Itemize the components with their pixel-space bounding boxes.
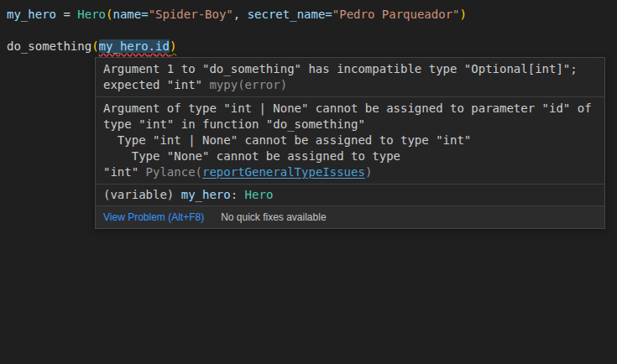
hover-section-variable-info: (variable) my_hero: Hero (96, 185, 604, 206)
code-token: ) (170, 39, 176, 53)
code-token: expected "int" (103, 78, 209, 91)
mypy-message-line: expected "int" mypy(error) (103, 77, 597, 93)
variable-info-line: (variable) my_hero: Hero (103, 187, 597, 203)
code-token: my_hero (181, 188, 231, 201)
no-quick-fixes-text: No quick fixes available (221, 210, 326, 225)
code-editor[interactable]: my_hero = Hero(name="Spider-Boy", secret… (0, 0, 617, 364)
code-token: . (149, 39, 155, 53)
code-token: = (56, 8, 77, 21)
pylance-message-line: Argument of type "int | None" cannot be … (103, 101, 597, 117)
code-token: Type "None" cannot be assigned to type (103, 149, 400, 163)
code-token: type "int" in function "do_something" (103, 117, 365, 131)
code-token: Argument of type "int | None" cannot be … (103, 101, 592, 115)
code-token: Hero (245, 188, 274, 201)
hover-tooltip: Argument 1 to "do_something" has incompa… (95, 57, 605, 229)
code-token: my_hero (99, 39, 149, 53)
code-token: ) (460, 8, 467, 21)
report-general-type-issues-link[interactable]: reportGeneralTypeIssues (202, 165, 365, 179)
code-token: "Spider-Boy" (149, 8, 233, 21)
hover-section-mypy: Argument 1 to "do_something" has incompa… (96, 58, 604, 97)
code-token: , (233, 8, 248, 21)
code-token: : (231, 188, 245, 201)
code-token: my_hero (7, 8, 56, 21)
code-token: do_something (7, 39, 92, 53)
code-token: (variable) (103, 188, 181, 201)
mypy-message-line: Argument 1 to "do_something" has incompa… (103, 61, 597, 77)
pylance-message-line: Type "int | None" cannot be assigned to … (103, 133, 597, 148)
pylance-message-line: Type "None" cannot be assigned to type (103, 148, 597, 164)
code-token: id (155, 39, 170, 53)
code-token: Hero (77, 8, 106, 21)
code-token: mypy(error) (209, 78, 287, 91)
hover-statusbar: View Problem (Alt+F8) No quick fixes ava… (96, 206, 604, 228)
pylance-message-line: "int" Pylance(reportGeneralTypeIssues) (103, 164, 597, 180)
code-token: Argument 1 to "do_something" has incompa… (103, 62, 578, 75)
code-token: name= (112, 8, 148, 21)
code-token: Pylance( (146, 165, 202, 179)
code-line-3[interactable]: do_something(my_hero.id) (7, 38, 176, 55)
code-token: Type "int | None" cannot be assigned to … (103, 133, 471, 147)
code-token: secret_name= (248, 8, 332, 21)
hover-section-pylance: Argument of type "int | None" cannot be … (96, 97, 604, 185)
view-problem-link[interactable]: View Problem (Alt+F8) (103, 210, 204, 225)
code-token: ) (365, 165, 372, 179)
code-token: ( (92, 39, 98, 53)
code-token: "Pedro Parqueador" (332, 8, 460, 21)
pylance-message-line: type "int" in function "do_something" (103, 117, 597, 133)
code-token: "int" (103, 165, 146, 179)
code-line-1[interactable]: my_hero = Hero(name="Spider-Boy", secret… (7, 6, 467, 23)
